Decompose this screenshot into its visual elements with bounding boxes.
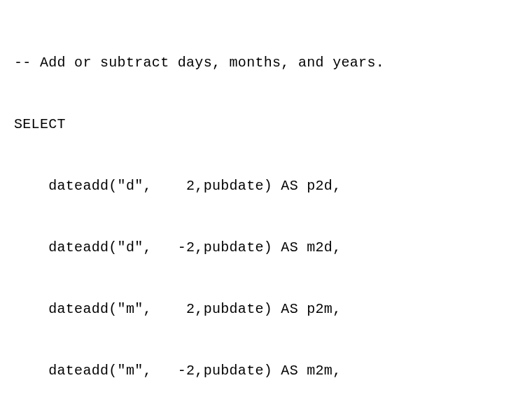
code-line: dateadd("d", -2,pubdate) AS m2d,	[14, 232, 511, 263]
code-line: dateadd("yyyy", 2,pubdate) AS p2y,	[14, 417, 511, 420]
code-line: -- Add or subtract days, months, and yea…	[14, 48, 511, 78]
code-line: dateadd("d", 2,pubdate) AS p2d,	[14, 171, 511, 202]
code-line: dateadd("m", 2,pubdate) AS p2m,	[14, 294, 511, 325]
sql-code-block: -- Add or subtract days, months, and yea…	[14, 17, 511, 420]
code-line: SELECT	[14, 109, 511, 140]
code-line: dateadd("m", -2,pubdate) AS m2m,	[14, 356, 511, 386]
